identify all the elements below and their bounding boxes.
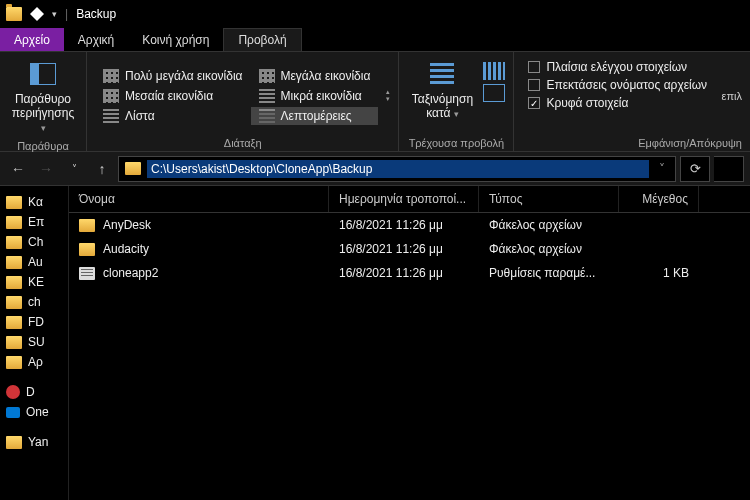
folder-icon (6, 407, 20, 418)
list-item[interactable]: cloneapp216/8/2021 11:26 μμΡυθμίσεις παρ… (69, 261, 750, 285)
navigation-pane-button[interactable]: Παράθυρο περιήγησης ▾ (8, 58, 78, 136)
ribbon-group-show-hide: Πλαίσια ελέγχου στοιχείων Επεκτάσεις ονό… (514, 52, 750, 151)
sidebar-item-label: Αρ (28, 355, 43, 369)
ribbon-group-layout: Πολύ μεγάλα εικονίδια Μεγάλα εικονίδια Μ… (87, 52, 399, 151)
layout-details[interactable]: Λεπτομέρειες (251, 107, 379, 125)
tab-home[interactable]: Αρχική (64, 28, 128, 51)
sort-by-label: Ταξινόμηση κατά (412, 92, 473, 120)
sidebar-item-label: Kα (28, 195, 43, 209)
column-type[interactable]: Τύπος (479, 186, 619, 212)
sidebar-item-label: Yan (28, 435, 48, 449)
tab-view[interactable]: Προβολή (223, 28, 301, 51)
sidebar-item[interactable]: Επ (0, 212, 68, 232)
item-type: Φάκελος αρχείων (479, 240, 619, 258)
address-input[interactable] (147, 160, 649, 178)
qat-dropdown-icon[interactable]: ▾ (52, 9, 57, 19)
sidebar-item-label: Au (28, 255, 43, 269)
item-date: 16/8/2021 11:26 μμ (329, 216, 479, 234)
group-label-current-view: Τρέχουσα προβολή (407, 133, 505, 149)
content-area: KαΕπChAuKEchFDSUΑρDOneYan Όνομα Ημερομην… (0, 186, 750, 500)
sidebar-item-label: SU (28, 335, 45, 349)
refresh-button[interactable]: ⟳ (680, 156, 710, 182)
item-name: AnyDesk (103, 218, 151, 232)
layout-extra-large[interactable]: Πολύ μεγάλα εικονίδια (95, 67, 251, 85)
folder-icon (6, 356, 22, 369)
sidebar-item-label: Ch (28, 235, 43, 249)
list-item[interactable]: AnyDesk16/8/2021 11:26 μμΦάκελος αρχείων (69, 213, 750, 237)
column-date[interactable]: Ημερομηνία τροποποί... (329, 186, 479, 212)
checkbox-icon (528, 79, 540, 91)
navigation-bar: ← → ˅ ↑ ˅ ⟳ (0, 152, 750, 186)
back-button[interactable]: ← (6, 157, 30, 181)
folder-icon (6, 276, 22, 289)
extra-large-icons-icon (103, 69, 119, 83)
folder-icon (6, 436, 22, 449)
tab-share[interactable]: Κοινή χρήση (128, 28, 223, 51)
item-type: Ρυθμίσεις παραμέ... (479, 264, 619, 282)
file-extensions-toggle[interactable]: Επεκτάσεις ονόματος αρχείων (528, 78, 707, 92)
item-type: Φάκελος αρχείων (479, 216, 619, 234)
address-bar[interactable]: ˅ (118, 156, 676, 182)
layout-medium[interactable]: Μεσαία εικονίδια (95, 87, 251, 105)
folder-icon (79, 243, 95, 256)
sort-by-button[interactable]: Ταξινόμηση κατά ▾ (407, 58, 477, 123)
recent-locations-button[interactable]: ˅ (62, 157, 86, 181)
titlebar: ▾ | Backup (0, 0, 750, 28)
group-label-layout: Διάταξη (95, 133, 390, 149)
item-name: Audacity (103, 242, 149, 256)
sidebar-item[interactable]: Ch (0, 232, 68, 252)
ribbon-group-panes: Παράθυρο περιήγησης ▾ Παράθυρα (0, 52, 87, 151)
sidebar-item[interactable]: Yan (0, 432, 68, 452)
navigation-tree[interactable]: KαΕπChAuKEchFDSUΑρDOneYan (0, 186, 68, 500)
item-checkboxes-toggle[interactable]: Πλαίσια ελέγχου στοιχείων (528, 60, 707, 74)
layout-gallery-scroll[interactable]: ▴▾ (386, 89, 390, 102)
sidebar-item[interactable]: SU (0, 332, 68, 352)
folder-icon (6, 296, 22, 309)
sidebar-item[interactable]: KE (0, 272, 68, 292)
sidebar-item-label: Επ (28, 215, 44, 229)
group-label-show-hide: Εμφάνιση/Απόκρυψη (522, 133, 742, 149)
up-button[interactable]: ↑ (90, 157, 114, 181)
layout-list[interactable]: Λίστα (95, 107, 251, 125)
add-columns-button[interactable] (483, 62, 505, 80)
sidebar-item-label: KE (28, 275, 44, 289)
item-size: 1 KB (619, 264, 699, 282)
file-list: Όνομα Ημερομηνία τροποποί... Τύπος Μέγεθ… (68, 186, 750, 500)
medium-icons-icon (103, 89, 119, 103)
sort-icon (426, 60, 458, 88)
folder-icon (6, 196, 22, 209)
sidebar-item[interactable]: FD (0, 312, 68, 332)
sidebar-item[interactable]: Kα (0, 192, 68, 212)
layout-small[interactable]: Μικρά εικονίδια (251, 87, 379, 105)
navigation-pane-icon (27, 60, 59, 88)
file-icon (79, 267, 95, 280)
sidebar-item[interactable]: Au (0, 252, 68, 272)
sidebar-item[interactable]: D (0, 382, 68, 402)
column-headers[interactable]: Όνομα Ημερομηνία τροποποί... Τύπος Μέγεθ… (69, 186, 750, 213)
address-dropdown-icon[interactable]: ˅ (655, 162, 669, 176)
search-button[interactable] (714, 156, 744, 182)
sidebar-item[interactable]: One (0, 402, 68, 422)
column-name[interactable]: Όνομα (69, 186, 329, 212)
group-label-panes: Παράθυρα (8, 136, 78, 152)
folder-icon (6, 336, 22, 349)
large-icons-icon (259, 69, 275, 83)
sidebar-item[interactable]: Αρ (0, 352, 68, 372)
sidebar-item[interactable]: ch (0, 292, 68, 312)
tab-file[interactable]: Αρχείο (0, 28, 64, 51)
sidebar-item-label: ch (28, 295, 41, 309)
layout-large[interactable]: Μεγάλα εικονίδια (251, 67, 379, 85)
list-item[interactable]: Audacity16/8/2021 11:26 μμΦάκελος αρχείω… (69, 237, 750, 261)
folder-icon (6, 7, 22, 21)
separator: | (65, 7, 68, 21)
pin-icon[interactable] (30, 7, 44, 21)
hidden-items-toggle[interactable]: Κρυφά στοιχεία (528, 96, 707, 110)
ribbon-group-current-view: Ταξινόμηση κατά ▾ Τρέχουσα προβολή (399, 52, 514, 151)
item-size (619, 247, 699, 251)
forward-button[interactable]: → (34, 157, 58, 181)
size-columns-button[interactable] (483, 84, 505, 102)
item-date: 16/8/2021 11:26 μμ (329, 264, 479, 282)
column-size[interactable]: Μέγεθος (619, 186, 699, 212)
folder-icon (6, 236, 22, 249)
chevron-down-icon: ▾ (454, 109, 459, 119)
